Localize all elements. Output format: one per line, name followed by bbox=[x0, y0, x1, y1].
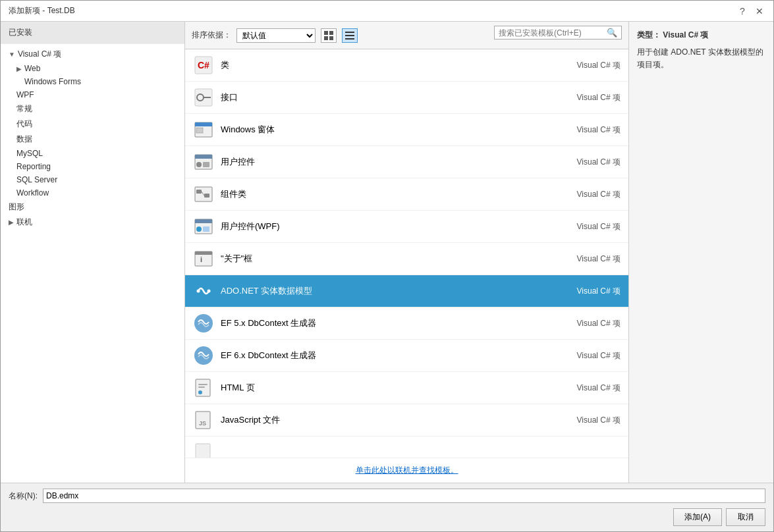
sidebar-item-mysql[interactable]: MySQL bbox=[1, 147, 184, 160]
js-icon: JS bbox=[193, 410, 214, 431]
svg-rect-6 bbox=[345, 38, 354, 40]
wpf-control-item-icon bbox=[194, 217, 213, 236]
item-name: Windows 窗体 bbox=[221, 124, 570, 136]
sidebar-item-label: MySQL bbox=[16, 149, 43, 158]
left-panel: 已安装 ▼ Visual C# 项 ▶ Web Windows Forms bbox=[1, 22, 185, 483]
svg-rect-14 bbox=[196, 128, 203, 133]
list-item[interactable]: EF 6.x DbContext 生成器 Visual C# 项 bbox=[185, 340, 628, 372]
item-name: 接口 bbox=[221, 92, 570, 103]
dialog: 添加新项 - Test.DB ? ✕ 已安装 ▼ Visual C# 项 ▶ W… bbox=[0, 0, 774, 532]
arrow-right-icon: ▶ bbox=[16, 65, 22, 72]
list-item[interactable]: 接口 Visual C# 项 bbox=[185, 82, 628, 114]
list-item[interactable]: Windows 窗体 Visual C# 项 bbox=[185, 114, 628, 146]
search-input[interactable] bbox=[499, 28, 604, 38]
cancel-button[interactable]: 取消 bbox=[726, 508, 765, 526]
item-category: Visual C# 项 bbox=[577, 286, 621, 297]
sidebar-item-label: Web bbox=[24, 64, 40, 73]
close-button[interactable]: ✕ bbox=[754, 5, 765, 17]
sidebar-item-code[interactable]: 代码 bbox=[1, 117, 184, 132]
right-panel: 类型： Visual C# 项 用于创建 ADO.NET 实体数据模型的项目项。 bbox=[628, 22, 773, 483]
svg-point-33 bbox=[194, 314, 213, 332]
sidebar-item-data[interactable]: 数据 bbox=[1, 132, 184, 147]
sidebar-item-normal[interactable]: 常规 bbox=[1, 101, 184, 117]
item-name: EF 5.x DbContext 生成器 bbox=[221, 317, 570, 329]
svg-rect-16 bbox=[195, 155, 212, 159]
type-value: Visual C# 项 bbox=[663, 30, 708, 40]
svg-point-32 bbox=[207, 290, 211, 293]
sidebar-item-online[interactable]: ▶ 联机 bbox=[1, 215, 184, 230]
sidebar-item-reporting[interactable]: Reporting bbox=[1, 160, 184, 173]
sort-select[interactable]: 默认值 名称 类型 bbox=[236, 28, 316, 43]
interface-item-icon bbox=[194, 88, 213, 107]
list-item[interactable]: 用户控件(WPF) Visual C# 项 bbox=[185, 211, 628, 243]
sidebar-item-sql-server[interactable]: SQL Server bbox=[1, 173, 184, 186]
item-category: Visual C# 项 bbox=[577, 415, 621, 426]
list-item[interactable]: HTML 页 Visual C# 项 bbox=[185, 372, 628, 404]
sidebar-item-wpf[interactable]: WPF bbox=[1, 88, 184, 101]
list-item[interactable]: JS JavaScript 文件 Visual C# 项 bbox=[185, 404, 628, 437]
list-item[interactable]: 用户控件 Visual C# 项 bbox=[185, 146, 628, 178]
ef5-item-icon bbox=[193, 313, 214, 334]
sidebar-item-label: WPF bbox=[16, 90, 34, 99]
sidebar-item-visual-csharp[interactable]: ▼ Visual C# 项 bbox=[1, 47, 184, 62]
name-input[interactable] bbox=[43, 489, 765, 503]
item-name: HTML 页 bbox=[221, 382, 570, 394]
sidebar-item-workflow[interactable]: Workflow bbox=[1, 186, 184, 200]
sidebar-item-label: 数据 bbox=[16, 134, 32, 145]
search-bar: 🔍 bbox=[494, 26, 622, 40]
buttons-row: 添加(A) 取消 bbox=[9, 508, 765, 526]
svg-rect-4 bbox=[345, 32, 354, 33]
svg-rect-1 bbox=[329, 31, 333, 35]
item-list: C# 类 Visual C# 项 接口 bbox=[185, 49, 628, 458]
class-item-icon: C# bbox=[194, 55, 213, 75]
svg-point-34 bbox=[194, 346, 213, 365]
sidebar-item-graphics[interactable]: 图形 bbox=[1, 200, 184, 215]
item-name: EF 6.x DbContext 生成器 bbox=[221, 350, 570, 361]
item-name: 组件类 bbox=[221, 188, 570, 200]
sidebar-item-web[interactable]: ▶ Web bbox=[1, 62, 184, 75]
svg-text:C#: C# bbox=[198, 60, 209, 70]
name-label: 名称(N): bbox=[9, 491, 38, 502]
help-button[interactable]: ? bbox=[736, 5, 748, 17]
html-icon bbox=[193, 377, 214, 398]
ef6-icon bbox=[193, 345, 214, 366]
item-category: Visual C# 项 bbox=[577, 189, 621, 200]
add-button[interactable]: 添加(A) bbox=[673, 508, 722, 526]
list-item[interactable]: EF 5.x DbContext 生成器 Visual C# 项 bbox=[185, 307, 628, 340]
item-name: 用户控件(WPF) bbox=[221, 221, 570, 232]
component-item-icon bbox=[194, 184, 213, 204]
list-item-more[interactable] bbox=[185, 437, 628, 458]
item-category: Visual C# 项 bbox=[577, 318, 621, 329]
windows-form-icon bbox=[193, 119, 214, 140]
list-view-button[interactable] bbox=[342, 28, 358, 43]
item-category: Visual C# 项 bbox=[577, 60, 621, 71]
sidebar-item-label: Windows Forms bbox=[24, 77, 81, 86]
more-icon bbox=[193, 442, 214, 458]
online-link[interactable]: 单击此处以联机并查找模板。 bbox=[356, 466, 458, 475]
item-name: 用户控件 bbox=[221, 156, 570, 168]
list-item-selected[interactable]: ADO.NET 实体数据模型 Visual C# 项 bbox=[185, 275, 628, 307]
left-header: 已安装 bbox=[1, 22, 184, 44]
svg-point-25 bbox=[196, 226, 202, 232]
svg-text:i: i bbox=[200, 255, 202, 263]
svg-rect-43 bbox=[196, 444, 210, 458]
svg-rect-13 bbox=[195, 122, 212, 126]
interface-icon bbox=[193, 87, 214, 108]
list-item[interactable]: i "关于"框 Visual C# 项 bbox=[185, 243, 628, 275]
wpf-control-icon bbox=[193, 216, 214, 237]
svg-point-37 bbox=[198, 390, 202, 394]
list-item[interactable]: 组件类 Visual C# 项 bbox=[185, 178, 628, 211]
svg-rect-20 bbox=[196, 190, 202, 194]
middle-panel: 排序依据： 默认值 名称 类型 🔍 bbox=[185, 22, 628, 483]
svg-rect-18 bbox=[203, 162, 209, 167]
item-category: Visual C# 项 bbox=[577, 124, 621, 136]
grid-view-button[interactable] bbox=[321, 28, 337, 43]
arrow-right-icon: ▶ bbox=[9, 219, 14, 226]
sidebar-item-windows-forms[interactable]: Windows Forms bbox=[1, 75, 184, 88]
svg-rect-3 bbox=[329, 36, 333, 40]
type-display: 类型： Visual C# 项 bbox=[637, 30, 765, 41]
list-item[interactable]: C# 类 Visual C# 项 bbox=[185, 49, 628, 82]
name-row: 名称(N): bbox=[9, 489, 765, 503]
dialog-content: 已安装 ▼ Visual C# 项 ▶ Web Windows Forms bbox=[1, 22, 773, 483]
about-box-item-icon: i bbox=[194, 249, 213, 269]
